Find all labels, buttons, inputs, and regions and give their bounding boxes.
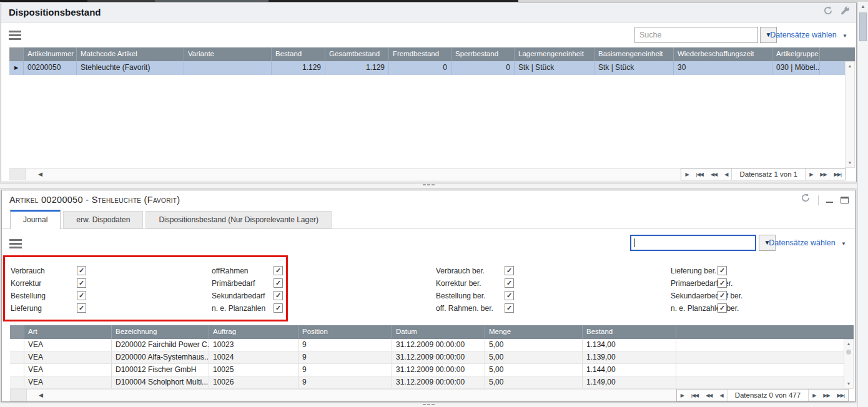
pager-next-button[interactable]: ▶: [806, 172, 816, 177]
refresh-icon[interactable]: [801, 191, 811, 210]
panel-splitter[interactable]: [0, 403, 857, 407]
table-row[interactable]: VEA D100004 Scholphort Multi... 10026 9 …: [10, 376, 844, 389]
header-cell[interactable]: Lagermengeneinheit: [515, 47, 594, 61]
header-cell[interactable]: Menge: [485, 325, 583, 339]
header-cell[interactable]: Art: [24, 325, 112, 339]
pager-prev-button[interactable]: ◀: [716, 393, 726, 398]
cell: 10024: [209, 351, 298, 363]
checkbox-korrektur-ber[interactable]: ✓: [505, 278, 514, 288]
header-cell[interactable]: Fremdbestand: [389, 47, 451, 61]
header-cell[interactable]: Variante: [184, 47, 272, 61]
header-cell[interactable]: Basismengeneinheit: [594, 47, 674, 61]
scroll-down-button[interactable]: ▼: [846, 159, 854, 167]
window-vertical-scrollbar[interactable]: ▲: [857, 2, 868, 407]
header-cell[interactable]: Datum: [392, 325, 485, 339]
header-cell[interactable]: Wiederbeschaffungszeit: [674, 47, 772, 61]
pager-fast-prev-button[interactable]: ◀◀: [702, 393, 716, 398]
table-row[interactable]: VEA D200002 Fairchild Power C... 10023 9…: [10, 339, 844, 351]
grid-vertical-scrollbar[interactable]: ▲ ▼: [845, 61, 855, 168]
checkbox-sekundaerbedarf-ber[interactable]: ✓: [718, 291, 727, 300]
minimize-icon[interactable]: [826, 197, 833, 203]
checkbox-bestellung[interactable]: ✓: [77, 291, 86, 300]
cell: Stk | Stück: [594, 61, 674, 75]
tab-journal[interactable]: Journal: [10, 210, 61, 229]
cell: VEA: [24, 376, 112, 388]
select-records-link[interactable]: Datensätze wählen ▼: [769, 235, 846, 251]
search-input[interactable]: [630, 235, 756, 251]
scroll-down-button[interactable]: ▼: [844, 380, 853, 388]
cell: D100012 Fischer GmbH: [112, 364, 209, 376]
checkbox-lieferung[interactable]: ✓: [77, 303, 86, 313]
scrollbar-thumb[interactable]: [859, 12, 867, 41]
checkbox-off-rahmen-ber[interactable]: ✓: [505, 303, 514, 313]
pager-first-button[interactable]: |◀◀: [688, 393, 702, 398]
checkbox-sekundaerbedarf[interactable]: ✓: [274, 291, 283, 300]
table-row[interactable]: VEA D200000 Alfa-Systemhaus... 10024 9 3…: [10, 351, 844, 364]
panel-splitter[interactable]: [0, 183, 857, 189]
tab-erw-dispodaten[interactable]: erw. Dispodaten: [63, 211, 143, 228]
scroll-up-button[interactable]: ▲: [846, 62, 854, 71]
checkbox-ne-planzahlen-ber[interactable]: ✓: [718, 303, 727, 313]
filter-label: off. Rahmen. ber.: [436, 302, 493, 315]
scroll-up-button[interactable]: ▲: [844, 340, 853, 348]
filter-label: Lieferung ber.: [671, 265, 716, 277]
checkbox-primaerbedarf-ber[interactable]: ✓: [718, 278, 727, 288]
scroll-up-button[interactable]: ▲: [858, 2, 868, 11]
pager-fast-prev-button[interactable]: ◀◀: [707, 172, 721, 177]
table-row[interactable]: VEA D100012 Fischer GmbH 10025 9 31.12.2…: [10, 364, 844, 376]
search-input[interactable]: [634, 27, 758, 43]
cell: 10025: [209, 364, 298, 376]
chevron-down-icon: ▼: [842, 33, 847, 39]
checkbox-bestellung-ber[interactable]: ✓: [505, 291, 514, 300]
tab-dispositionsbestand-lager[interactable]: Dispositionsbestand (Nur Disporelevante …: [145, 211, 331, 228]
checkbox-korrektur[interactable]: ✓: [77, 278, 86, 288]
table-row[interactable]: ▶ 00200050 Stehleuchte (Favorit) 1.129 1…: [9, 61, 845, 75]
header-cell[interactable]: Bezeichnung: [112, 325, 209, 339]
header-cell[interactable]: Artikelgruppe: [772, 47, 820, 61]
row-marker-header: [10, 325, 24, 339]
checkbox-primaerbedarf[interactable]: ✓: [274, 278, 283, 288]
pager-first-button[interactable]: |◀◀: [693, 172, 707, 177]
maximize-icon[interactable]: [841, 197, 849, 203]
header-cell[interactable]: Auftrag: [209, 325, 298, 339]
checkbox-offrahmen[interactable]: ✓: [274, 266, 283, 275]
horizontal-scrollbar[interactable]: ◀: [10, 389, 703, 401]
menu-icon[interactable]: [9, 31, 21, 42]
checkbox-ne-planzahlen[interactable]: ✓: [274, 303, 283, 313]
wrench-icon[interactable]: [841, 4, 850, 22]
pager-status-text: Datensatz 1 von 1: [731, 169, 806, 180]
cell: 30: [674, 61, 772, 75]
pager-fast-next-button[interactable]: ▶▶: [816, 172, 830, 177]
scroll-left-button[interactable]: ◀: [38, 169, 42, 180]
horizontal-scrollbar[interactable]: ◀: [9, 168, 716, 180]
cell: 10026: [209, 376, 298, 388]
checkbox-lieferung-ber[interactable]: ✓: [718, 266, 727, 275]
checkbox-verbrauch[interactable]: ✓: [77, 266, 86, 275]
cell: VEA: [24, 339, 112, 351]
checkbox-verbrauch-ber[interactable]: ✓: [505, 266, 514, 275]
header-cell[interactable]: Bestand: [272, 47, 325, 61]
refresh-icon[interactable]: [823, 4, 833, 22]
pager-next-button[interactable]: ▶: [809, 393, 819, 398]
header-cell[interactable]: Bestand: [583, 325, 676, 339]
header-cell[interactable]: Position: [298, 325, 392, 339]
cell: 9: [298, 376, 392, 388]
scrollbar-corner[interactable]: [11, 390, 27, 401]
pager-prev-button[interactable]: ◀: [721, 172, 731, 177]
header-cell[interactable]: Sperrbestand: [451, 47, 515, 61]
scroll-left-button[interactable]: ◀: [39, 390, 43, 401]
header-cell[interactable]: Gesamtbestand: [325, 47, 389, 61]
pager-last-button[interactable]: ▶▶|: [831, 172, 845, 177]
filter-label: Korrektur: [11, 277, 41, 290]
filter-label: Verbrauch ber.: [436, 265, 485, 277]
pager-last-button[interactable]: ▶▶|: [834, 393, 848, 398]
scrollbar-thumb[interactable]: [846, 350, 851, 355]
filter-label: Bestellung ber.: [436, 290, 485, 302]
select-records-link[interactable]: Datensätze wählen ▼: [770, 27, 847, 43]
header-cell[interactable]: Artikelnummer: [24, 47, 77, 61]
header-cell[interactable]: Matchcode Artikel: [77, 47, 184, 61]
scrollbar-corner[interactable]: [10, 169, 26, 180]
grid-vertical-scrollbar[interactable]: ▲ ▼: [844, 339, 854, 389]
pager-fast-next-button[interactable]: ▶▶: [819, 393, 833, 398]
menu-icon[interactable]: [9, 239, 22, 250]
